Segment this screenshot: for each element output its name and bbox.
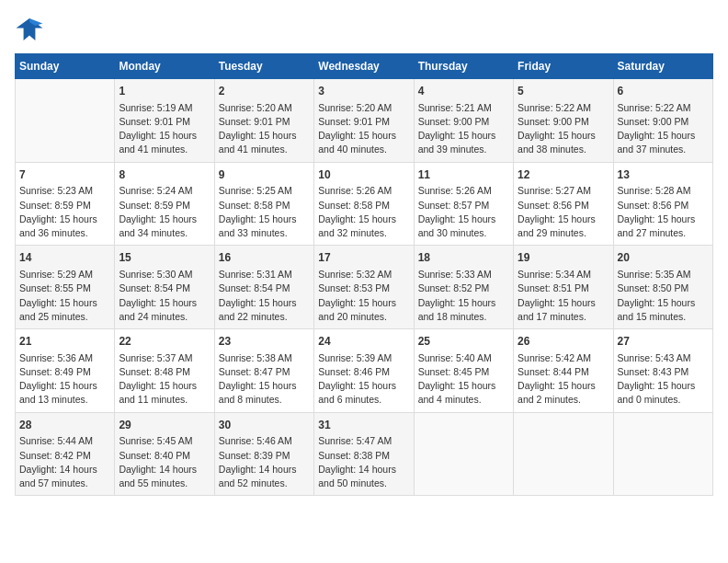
day-info: Sunrise: 5:28 AM Sunset: 8:56 PM Dayligh… <box>618 184 709 240</box>
weekday-header-thursday: Thursday <box>414 54 513 79</box>
calendar-cell: 17Sunrise: 5:32 AM Sunset: 8:53 PM Dayli… <box>314 246 414 329</box>
day-number: 8 <box>119 167 210 183</box>
day-number: 14 <box>19 250 110 266</box>
day-info: Sunrise: 5:19 AM Sunset: 9:01 PM Dayligh… <box>119 101 210 157</box>
calendar-cell: 13Sunrise: 5:28 AM Sunset: 8:56 PM Dayli… <box>613 162 712 246</box>
week-row-1: 1Sunrise: 5:19 AM Sunset: 9:01 PM Daylig… <box>16 79 713 163</box>
day-number: 24 <box>318 334 409 350</box>
day-info: Sunrise: 5:42 AM Sunset: 8:44 PM Dayligh… <box>518 351 609 408</box>
calendar-cell: 19Sunrise: 5:34 AM Sunset: 8:51 PM Dayli… <box>514 246 613 329</box>
weekday-header-wednesday: Wednesday <box>314 54 414 79</box>
calendar-table: SundayMondayTuesdayWednesdayThursdayFrid… <box>15 53 713 496</box>
page-header <box>15 15 713 44</box>
calendar-cell: 7Sunrise: 5:23 AM Sunset: 8:59 PM Daylig… <box>16 162 115 246</box>
day-number: 2 <box>219 84 310 99</box>
calendar-cell <box>414 412 513 496</box>
day-number: 28 <box>19 418 110 433</box>
logo <box>15 15 50 44</box>
day-info: Sunrise: 5:21 AM Sunset: 9:00 PM Dayligh… <box>418 101 509 157</box>
day-info: Sunrise: 5:26 AM Sunset: 8:57 PM Dayligh… <box>418 184 509 240</box>
day-info: Sunrise: 5:37 AM Sunset: 8:48 PM Dayligh… <box>119 351 210 408</box>
day-info: Sunrise: 5:39 AM Sunset: 8:46 PM Dayligh… <box>318 351 409 408</box>
weekday-header-tuesday: Tuesday <box>214 54 313 79</box>
day-info: Sunrise: 5:32 AM Sunset: 8:53 PM Dayligh… <box>318 268 409 324</box>
calendar-cell: 22Sunrise: 5:37 AM Sunset: 8:48 PM Dayli… <box>115 329 214 413</box>
day-number: 29 <box>119 418 210 433</box>
day-number: 13 <box>618 167 709 183</box>
calendar-cell: 21Sunrise: 5:36 AM Sunset: 8:49 PM Dayli… <box>16 329 115 413</box>
day-info: Sunrise: 5:45 AM Sunset: 8:40 PM Dayligh… <box>119 434 210 490</box>
weekday-header-saturday: Saturday <box>613 54 712 79</box>
day-number: 27 <box>618 334 709 350</box>
calendar-cell: 10Sunrise: 5:26 AM Sunset: 8:58 PM Dayli… <box>314 162 414 246</box>
day-info: Sunrise: 5:25 AM Sunset: 8:58 PM Dayligh… <box>219 184 310 240</box>
day-number: 22 <box>119 334 210 350</box>
week-row-3: 14Sunrise: 5:29 AM Sunset: 8:55 PM Dayli… <box>16 246 713 329</box>
calendar-cell: 6Sunrise: 5:22 AM Sunset: 9:00 PM Daylig… <box>613 79 712 163</box>
day-number: 10 <box>318 167 409 183</box>
day-info: Sunrise: 5:46 AM Sunset: 8:39 PM Dayligh… <box>219 434 310 490</box>
week-row-4: 21Sunrise: 5:36 AM Sunset: 8:49 PM Dayli… <box>16 329 713 413</box>
weekday-header-sunday: Sunday <box>16 54 115 79</box>
calendar-cell: 27Sunrise: 5:43 AM Sunset: 8:43 PM Dayli… <box>613 329 712 413</box>
day-info: Sunrise: 5:40 AM Sunset: 8:45 PM Dayligh… <box>418 351 509 408</box>
day-info: Sunrise: 5:22 AM Sunset: 9:00 PM Dayligh… <box>618 101 709 157</box>
day-number: 4 <box>418 84 509 99</box>
day-info: Sunrise: 5:22 AM Sunset: 9:00 PM Dayligh… <box>518 101 609 157</box>
calendar-cell: 1Sunrise: 5:19 AM Sunset: 9:01 PM Daylig… <box>115 79 214 163</box>
calendar-cell: 9Sunrise: 5:25 AM Sunset: 8:58 PM Daylig… <box>214 162 313 246</box>
week-row-5: 28Sunrise: 5:44 AM Sunset: 8:42 PM Dayli… <box>16 412 713 496</box>
calendar-cell: 20Sunrise: 5:35 AM Sunset: 8:50 PM Dayli… <box>613 246 712 329</box>
day-number: 6 <box>618 84 709 99</box>
week-row-2: 7Sunrise: 5:23 AM Sunset: 8:59 PM Daylig… <box>16 162 713 246</box>
day-number: 11 <box>418 167 509 183</box>
day-number: 1 <box>119 84 210 99</box>
calendar-cell: 25Sunrise: 5:40 AM Sunset: 8:45 PM Dayli… <box>414 329 513 413</box>
calendar-cell: 26Sunrise: 5:42 AM Sunset: 8:44 PM Dayli… <box>514 329 613 413</box>
day-info: Sunrise: 5:44 AM Sunset: 8:42 PM Dayligh… <box>19 434 110 490</box>
day-number: 23 <box>219 334 310 350</box>
day-number: 16 <box>219 250 310 266</box>
day-number: 21 <box>19 334 110 350</box>
day-number: 7 <box>19 167 110 183</box>
day-info: Sunrise: 5:38 AM Sunset: 8:47 PM Dayligh… <box>219 351 310 408</box>
day-info: Sunrise: 5:33 AM Sunset: 8:52 PM Dayligh… <box>418 268 509 324</box>
day-info: Sunrise: 5:43 AM Sunset: 8:43 PM Dayligh… <box>618 351 709 408</box>
day-number: 31 <box>318 418 409 433</box>
calendar-cell: 12Sunrise: 5:27 AM Sunset: 8:56 PM Dayli… <box>514 162 613 246</box>
calendar-cell: 14Sunrise: 5:29 AM Sunset: 8:55 PM Dayli… <box>16 246 115 329</box>
day-info: Sunrise: 5:47 AM Sunset: 8:38 PM Dayligh… <box>318 434 409 490</box>
day-number: 12 <box>518 167 609 183</box>
day-number: 25 <box>418 334 509 350</box>
day-number: 20 <box>618 250 709 266</box>
weekday-header-row: SundayMondayTuesdayWednesdayThursdayFrid… <box>16 54 713 79</box>
day-info: Sunrise: 5:20 AM Sunset: 9:01 PM Dayligh… <box>219 101 310 157</box>
calendar-cell: 29Sunrise: 5:45 AM Sunset: 8:40 PM Dayli… <box>115 412 214 496</box>
day-info: Sunrise: 5:23 AM Sunset: 8:59 PM Dayligh… <box>19 184 110 240</box>
calendar-cell: 4Sunrise: 5:21 AM Sunset: 9:00 PM Daylig… <box>414 79 513 163</box>
weekday-header-friday: Friday <box>514 54 613 79</box>
day-info: Sunrise: 5:29 AM Sunset: 8:55 PM Dayligh… <box>19 268 110 324</box>
day-number: 19 <box>518 250 609 266</box>
calendar-cell: 18Sunrise: 5:33 AM Sunset: 8:52 PM Dayli… <box>414 246 513 329</box>
day-info: Sunrise: 5:20 AM Sunset: 9:01 PM Dayligh… <box>318 101 409 157</box>
logo-icon <box>15 15 44 44</box>
day-info: Sunrise: 5:36 AM Sunset: 8:49 PM Dayligh… <box>19 351 110 408</box>
weekday-header-monday: Monday <box>115 54 214 79</box>
calendar-cell: 8Sunrise: 5:24 AM Sunset: 8:59 PM Daylig… <box>115 162 214 246</box>
day-info: Sunrise: 5:34 AM Sunset: 8:51 PM Dayligh… <box>518 268 609 324</box>
day-number: 30 <box>219 418 310 433</box>
day-info: Sunrise: 5:30 AM Sunset: 8:54 PM Dayligh… <box>119 268 210 324</box>
day-info: Sunrise: 5:27 AM Sunset: 8:56 PM Dayligh… <box>518 184 609 240</box>
day-number: 26 <box>518 334 609 350</box>
calendar-cell: 3Sunrise: 5:20 AM Sunset: 9:01 PM Daylig… <box>314 79 414 163</box>
calendar-cell: 2Sunrise: 5:20 AM Sunset: 9:01 PM Daylig… <box>214 79 313 163</box>
day-number: 15 <box>119 250 210 266</box>
day-info: Sunrise: 5:26 AM Sunset: 8:58 PM Dayligh… <box>318 184 409 240</box>
day-info: Sunrise: 5:31 AM Sunset: 8:54 PM Dayligh… <box>219 268 310 324</box>
calendar-cell: 16Sunrise: 5:31 AM Sunset: 8:54 PM Dayli… <box>214 246 313 329</box>
calendar-cell <box>16 79 115 163</box>
day-info: Sunrise: 5:35 AM Sunset: 8:50 PM Dayligh… <box>618 268 709 324</box>
calendar-cell: 30Sunrise: 5:46 AM Sunset: 8:39 PM Dayli… <box>214 412 313 496</box>
calendar-cell: 23Sunrise: 5:38 AM Sunset: 8:47 PM Dayli… <box>214 329 313 413</box>
